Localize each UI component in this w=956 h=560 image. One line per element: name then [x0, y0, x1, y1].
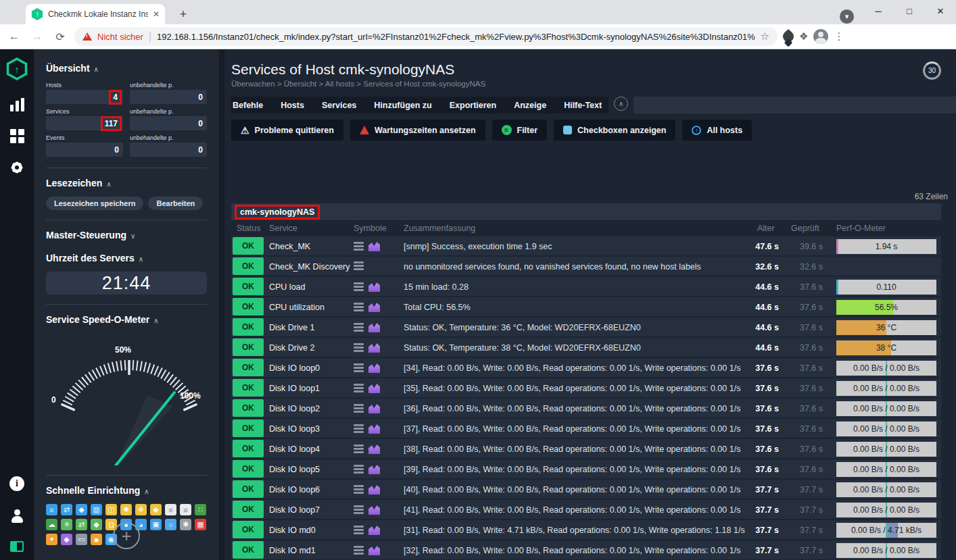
service-link[interactable]: CPU load [269, 277, 352, 297]
service-link[interactable]: Disk Drive 2 [269, 338, 352, 358]
service-graph-icon[interactable] [368, 241, 380, 251]
service-graph-icon[interactable] [368, 505, 380, 515]
service-menu-icon[interactable] [354, 444, 364, 453]
automation-icon[interactable]: ✱ [120, 504, 132, 515]
perf-o-meter[interactable]: 0.00 B/s / 0.00 B/s [836, 543, 936, 558]
service-menu-icon[interactable] [354, 465, 364, 474]
table-host-header[interactable]: cmk-synologyNAS [231, 203, 941, 220]
service-link[interactable]: Disk IO loop2 [269, 399, 352, 419]
filter-button[interactable]: ≡Filter [492, 120, 548, 141]
service-graph-icon[interactable] [368, 424, 380, 434]
bookmark-star-icon[interactable]: ☆ [761, 30, 769, 43]
service-menu-icon[interactable] [354, 261, 364, 270]
extensions-puzzle-icon[interactable]: ❖ [799, 30, 808, 43]
perf-o-meter[interactable]: 0.00 B/s / 0.00 B/s [836, 401, 936, 416]
service-graph-icon[interactable] [368, 302, 380, 312]
info-icon[interactable]: i [9, 476, 24, 491]
service-menu-icon[interactable] [354, 505, 364, 514]
service-menu-icon[interactable] [354, 323, 364, 332]
search-icon[interactable]: ○ [165, 519, 176, 530]
service-menu-icon[interactable] [354, 485, 364, 494]
timeperiods-icon[interactable]: ▦ [195, 519, 206, 530]
menu-item-exportieren[interactable]: Exportieren [450, 101, 496, 110]
checkboxen-anzeigen-button[interactable]: Checkboxen anzeigen [554, 120, 675, 141]
setup-gear-icon[interactable] [10, 161, 24, 174]
new-tab-button[interactable]: + [174, 5, 192, 23]
service-link[interactable]: Disk IO md0 [269, 520, 352, 540]
eyedropper-extension-icon[interactable] [781, 29, 796, 45]
user-icon[interactable] [9, 509, 24, 524]
license-icon[interactable]: ▭ [76, 534, 87, 545]
bookmarks-section-title[interactable]: Lesezeichen∧ [46, 178, 207, 188]
perf-o-meter[interactable]: 0.00 B/s / 0.00 B/s [836, 482, 936, 497]
tags-icon[interactable]: ◆ [76, 504, 87, 515]
url-bar[interactable]: Nicht sicher | 192.168.1.156/Instanz01/c… [74, 27, 778, 46]
service-menu-icon[interactable] [354, 282, 364, 291]
cluster-icon[interactable]: ◆ [91, 519, 102, 530]
service-graph-icon[interactable] [368, 342, 380, 353]
contact-groups-icon[interactable]: ▣ [150, 519, 162, 530]
monitoring-icon[interactable] [10, 98, 24, 111]
service-link[interactable]: Disk IO md1 [269, 540, 352, 560]
service-link[interactable]: Disk IO loop6 [269, 480, 352, 500]
sidebar-toggle-icon[interactable] [10, 541, 24, 552]
service-link[interactable]: Disk Drive 1 [269, 317, 352, 338]
modules-icon[interactable]: ◆ [61, 534, 72, 545]
hosts-update-icon[interactable]: ⇄ [61, 504, 72, 515]
passwords-icon[interactable]: ✦ [46, 534, 57, 545]
menu-item-hosts[interactable]: Hosts [281, 101, 304, 110]
not-secure-warning-icon[interactable] [82, 32, 92, 41]
perf-o-meter[interactable]: 1.94 s [836, 239, 936, 254]
add-snapin-button[interactable]: + [113, 522, 140, 549]
perf-o-meter[interactable]: 0.00 B/s / 0.00 B/s [836, 462, 936, 477]
forward-icon[interactable]: → [28, 30, 46, 43]
overview-stat-services[interactable]: Services117 [46, 108, 123, 130]
browser-tab[interactable]: ↑ Checkmk Lokale Instanz Instanz0 ✕ [26, 4, 165, 24]
report-icon[interactable]: ≡ [165, 504, 176, 515]
perf-o-meter[interactable]: 0.00 B/s / 0.00 B/s [836, 442, 936, 457]
refresh-countdown[interactable]: 30 [923, 61, 941, 80]
package-update-icon[interactable]: ◫ [105, 504, 117, 515]
service-link[interactable]: Disk IO loop7 [269, 500, 352, 520]
browser-update-icon[interactable]: ▾ [840, 9, 854, 24]
edit-bookmarks-button[interactable]: Bearbeiten [148, 197, 203, 210]
perf-o-meter[interactable]: 0.00 B/s / 4.71 kB/s [836, 523, 936, 538]
service-menu-icon[interactable] [354, 526, 364, 534]
overview-stat-unhandled[interactable]: unbehandelte p.0 [130, 134, 207, 157]
back-icon[interactable]: ← [5, 30, 23, 43]
distributed-sync-icon[interactable]: ⇄ [76, 519, 87, 530]
service-menu-icon[interactable] [354, 404, 364, 413]
all-hosts-button[interactable]: ↑All hosts [682, 120, 752, 141]
service-graph-icon[interactable] [368, 484, 380, 494]
service-graph-icon[interactable] [368, 464, 380, 474]
hosts-icon[interactable]: ≡ [46, 504, 57, 515]
service-graph-icon[interactable] [368, 403, 380, 413]
menu-item-services[interactable]: Services [322, 101, 356, 110]
cloud-icon[interactable]: ☁ [46, 519, 57, 530]
service-graph-icon[interactable] [368, 525, 380, 535]
overview-section-title[interactable]: Übersicht∧ [46, 63, 207, 74]
overview-stat-hosts[interactable]: Hosts4 [46, 82, 123, 104]
wartungszeiten-ansetzen-button[interactable]: Wartungszeiten ansetzen [350, 120, 485, 141]
perf-o-meter[interactable]: 0.110 [836, 280, 936, 295]
master-control-section-title[interactable]: Master-Steuerung∨ [46, 230, 207, 240]
quick-setup-section-title[interactable]: Schnelle Einrichtung∧ [46, 485, 207, 496]
window-close-button[interactable]: ✕ [925, 0, 956, 22]
menu-item-hilfe-text[interactable]: Hilfe-Text [564, 101, 602, 110]
service-link[interactable]: Check_MK Discovery [269, 257, 352, 277]
service-graph-icon[interactable] [368, 282, 380, 292]
service-link[interactable]: Check_MK [269, 236, 352, 257]
service-menu-icon[interactable] [354, 363, 364, 372]
overview-stat-unhandled[interactable]: unbehandelte p.0 [130, 82, 207, 104]
service-graph-icon[interactable] [368, 322, 380, 332]
customize-icon[interactable] [10, 129, 24, 143]
service-link[interactable]: CPU utilization [269, 297, 352, 317]
report-2-icon[interactable]: ≡ [180, 504, 191, 515]
service-graph-icon[interactable] [368, 363, 380, 373]
service-graph-icon[interactable] [368, 383, 380, 393]
profile-avatar[interactable] [813, 29, 828, 44]
breadcrumb[interactable]: Überwachen > Übersicht > All hosts > Ser… [231, 80, 956, 88]
service-menu-icon[interactable] [354, 242, 364, 251]
service-menu-icon[interactable] [354, 343, 364, 352]
service-link[interactable]: Disk IO loop5 [269, 459, 352, 480]
